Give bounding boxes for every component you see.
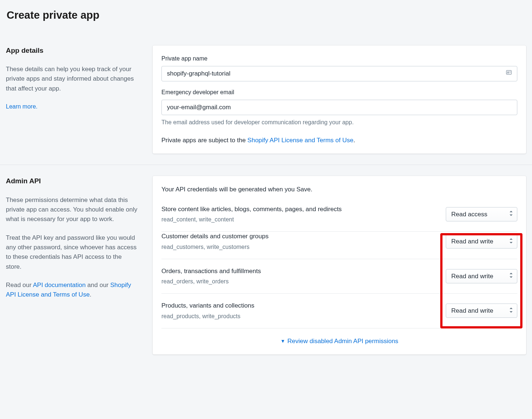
app-name-label: Private app name xyxy=(161,54,517,63)
permission-scopes: read_products, write_products xyxy=(161,312,438,321)
permission-title: Products, variants and collections xyxy=(161,301,438,310)
permission-title: Customer details and customer groups xyxy=(161,232,438,241)
permission-row-orders: Orders, transactions and fulfillments re… xyxy=(161,259,517,294)
admin-api-heading: Admin API xyxy=(6,176,138,187)
permission-scopes: read_customers, write_customers xyxy=(161,243,438,251)
permission-scopes: read_content, write_content xyxy=(161,215,438,224)
admin-api-desc2: Treat the API key and password like you … xyxy=(6,233,138,272)
email-input[interactable] xyxy=(161,100,517,115)
api-documentation-link[interactable]: API documentation xyxy=(33,282,86,288)
email-help-text: The email address used for developer com… xyxy=(161,118,517,127)
learn-more-link[interactable]: Learn more. xyxy=(6,103,37,110)
permission-select-customers[interactable]: Read and write xyxy=(446,234,517,249)
admin-api-card: Your API credentials will be generated w… xyxy=(153,176,526,354)
app-details-description: These details can help you keep track of… xyxy=(6,65,138,93)
email-label: Emergency developer email xyxy=(161,88,517,97)
app-details-heading: App details xyxy=(6,45,138,56)
permission-scopes: read_orders, write_orders xyxy=(161,277,438,286)
triangle-down-icon: ▼ xyxy=(280,338,285,345)
permission-select-products[interactable]: Read and write xyxy=(446,304,517,318)
permission-select-orders[interactable]: Read and write xyxy=(446,269,517,283)
permission-row-customers: Customer details and customer groups rea… xyxy=(161,232,517,259)
page-title: Create private app xyxy=(7,7,526,23)
section-divider xyxy=(0,165,532,165)
app-details-section: App details These details can help you k… xyxy=(6,45,526,154)
admin-api-docs: Read our API documentation and our Shopi… xyxy=(6,280,138,300)
permission-row-products: Products, variants and collections read_… xyxy=(161,294,517,328)
admin-api-section: Admin API These permissions determine wh… xyxy=(6,176,526,354)
terms-link[interactable]: Shopify API License and Terms of Use xyxy=(247,137,353,144)
permission-select-content[interactable]: Read access xyxy=(446,207,517,221)
terms-text: Private apps are subject to the Shopify … xyxy=(161,136,517,145)
permission-row-content: Store content like articles, blogs, comm… xyxy=(161,205,517,232)
review-disabled-permissions-link[interactable]: ▼ Review disabled Admin API permissions xyxy=(280,337,398,346)
admin-api-desc1: These permissions determine what data th… xyxy=(6,195,138,224)
credentials-note: Your API credentials will be generated w… xyxy=(161,185,517,194)
permission-title: Store content like articles, blogs, comm… xyxy=(161,205,438,214)
app-name-input[interactable] xyxy=(161,66,517,81)
app-details-card: Private app name Emergency xyxy=(153,45,526,154)
permission-title: Orders, transactions and fulfillments xyxy=(161,267,438,276)
